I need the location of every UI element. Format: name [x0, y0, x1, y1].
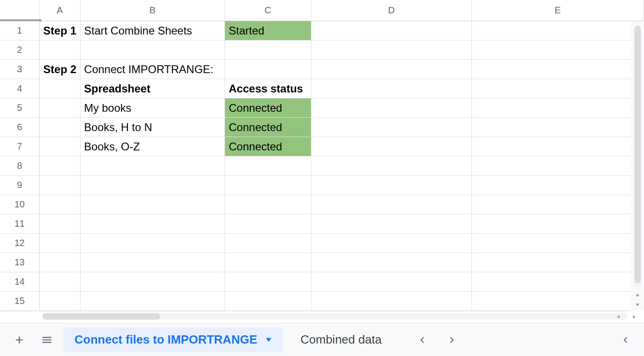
- cell-a4[interactable]: [40, 79, 80, 98]
- cell-c10[interactable]: [225, 195, 311, 214]
- cell-c8[interactable]: [225, 156, 311, 176]
- cell-b3[interactable]: Connect IMPORTRANGE:: [80, 60, 225, 79]
- cell-a15[interactable]: [40, 292, 80, 311]
- row-header-8[interactable]: 8: [0, 156, 40, 176]
- cell-d5[interactable]: [311, 98, 472, 118]
- cell-e15[interactable]: [472, 292, 644, 311]
- cell-a7[interactable]: [40, 137, 80, 156]
- horizontal-scrollbar[interactable]: [0, 311, 631, 322]
- vertical-scrollbar-track[interactable]: [634, 26, 641, 288]
- cell-b4[interactable]: Spreadsheet: [80, 79, 225, 98]
- cell-e3[interactable]: [472, 60, 644, 79]
- tab-combined-data[interactable]: Combined data: [289, 327, 392, 352]
- cell-c2[interactable]: [225, 40, 311, 60]
- cell-a6[interactable]: [40, 118, 80, 137]
- cell-a10[interactable]: [40, 195, 80, 214]
- row-header-3[interactable]: 3: [0, 60, 40, 79]
- cell-a12[interactable]: [40, 234, 80, 253]
- cell-c9[interactable]: [225, 176, 311, 195]
- cell-c11[interactable]: [225, 214, 311, 234]
- scroll-left-button[interactable]: [613, 313, 623, 321]
- column-header-c[interactable]: C: [225, 0, 311, 21]
- scroll-right-button[interactable]: [629, 313, 639, 321]
- cell-a2[interactable]: [40, 40, 80, 60]
- show-side-panel-button[interactable]: [615, 330, 636, 350]
- cell-e4[interactable]: [472, 79, 644, 98]
- cell-d4[interactable]: [311, 79, 472, 98]
- row-header-7[interactable]: 7: [0, 137, 40, 156]
- row-header-15[interactable]: 15: [0, 292, 40, 311]
- cell-a13[interactable]: [40, 253, 80, 272]
- cell-b8[interactable]: [80, 156, 225, 176]
- row-header-14[interactable]: 14: [0, 272, 40, 292]
- row-header-5[interactable]: 5: [0, 98, 40, 118]
- cell-a5[interactable]: [40, 98, 80, 118]
- tab-prev-button[interactable]: [411, 329, 433, 351]
- select-all-corner[interactable]: [0, 0, 40, 21]
- scroll-up-button[interactable]: [631, 290, 644, 300]
- cell-d14[interactable]: [311, 272, 472, 292]
- row-header-10[interactable]: 10: [0, 195, 40, 214]
- cell-d15[interactable]: [311, 292, 472, 311]
- cell-d1[interactable]: [311, 21, 472, 40]
- cell-b13[interactable]: [80, 253, 225, 272]
- row-header-13[interactable]: 13: [0, 253, 40, 272]
- cell-d9[interactable]: [311, 176, 472, 195]
- cell-d12[interactable]: [311, 234, 472, 253]
- cell-d6[interactable]: [311, 118, 472, 137]
- cell-b1[interactable]: Start Combine Sheets: [80, 21, 225, 40]
- column-header-b[interactable]: B: [80, 0, 225, 21]
- cell-c15[interactable]: [225, 292, 311, 311]
- cell-d13[interactable]: [311, 253, 472, 272]
- cell-e9[interactable]: [472, 176, 644, 195]
- row-header-9[interactable]: 9: [0, 176, 40, 195]
- cell-d8[interactable]: [311, 156, 472, 176]
- cell-d7[interactable]: [311, 137, 472, 156]
- cell-a8[interactable]: [40, 156, 80, 176]
- row-header-11[interactable]: 11: [0, 214, 40, 234]
- cell-a11[interactable]: [40, 214, 80, 234]
- cell-e10[interactable]: [472, 195, 644, 214]
- row-header-1[interactable]: 1: [0, 21, 40, 40]
- cell-a1[interactable]: Step 1: [40, 21, 80, 40]
- tab-next-button[interactable]: [441, 329, 463, 351]
- tab-connect-files[interactable]: Connect files to IMPORTRANGE: [63, 327, 283, 352]
- cell-e1[interactable]: [472, 21, 644, 40]
- cell-e5[interactable]: [472, 98, 644, 118]
- all-sheets-button[interactable]: [36, 329, 58, 351]
- cell-c6[interactable]: Connected: [225, 118, 311, 137]
- cell-e6[interactable]: [472, 118, 644, 137]
- cell-c12[interactable]: [225, 234, 311, 253]
- cell-d3[interactable]: [311, 60, 472, 79]
- cell-b12[interactable]: [80, 234, 225, 253]
- cell-c5[interactable]: Connected: [225, 98, 311, 118]
- column-header-e[interactable]: E: [472, 0, 644, 21]
- cell-d10[interactable]: [311, 195, 472, 214]
- row-header-4[interactable]: 4: [0, 79, 40, 98]
- cell-e11[interactable]: [472, 214, 644, 234]
- cell-b11[interactable]: [80, 214, 225, 234]
- row-header-2[interactable]: 2: [0, 40, 40, 60]
- cell-e14[interactable]: [472, 272, 644, 292]
- column-header-a[interactable]: A: [40, 0, 80, 21]
- cell-c1[interactable]: Started: [225, 21, 311, 40]
- cell-d2[interactable]: [311, 40, 472, 60]
- cell-c13[interactable]: [225, 253, 311, 272]
- vertical-scrollbar[interactable]: [631, 21, 644, 311]
- cell-d11[interactable]: [311, 214, 472, 234]
- column-header-d[interactable]: D: [311, 0, 472, 21]
- cell-b14[interactable]: [80, 272, 225, 292]
- cell-b6[interactable]: Books, H to N: [80, 118, 225, 137]
- scroll-down-button[interactable]: [631, 300, 644, 310]
- cell-a14[interactable]: [40, 272, 80, 292]
- cell-c4[interactable]: Access status: [225, 79, 311, 98]
- cell-e13[interactable]: [472, 253, 644, 272]
- cell-e7[interactable]: [472, 137, 644, 156]
- row-header-12[interactable]: 12: [0, 234, 40, 253]
- cell-c14[interactable]: [225, 272, 311, 292]
- add-sheet-button[interactable]: [8, 329, 30, 351]
- row-header-6[interactable]: 6: [0, 118, 40, 137]
- cell-c3[interactable]: [225, 60, 311, 79]
- tab-menu-button[interactable]: [265, 337, 272, 343]
- cell-b15[interactable]: [80, 292, 225, 311]
